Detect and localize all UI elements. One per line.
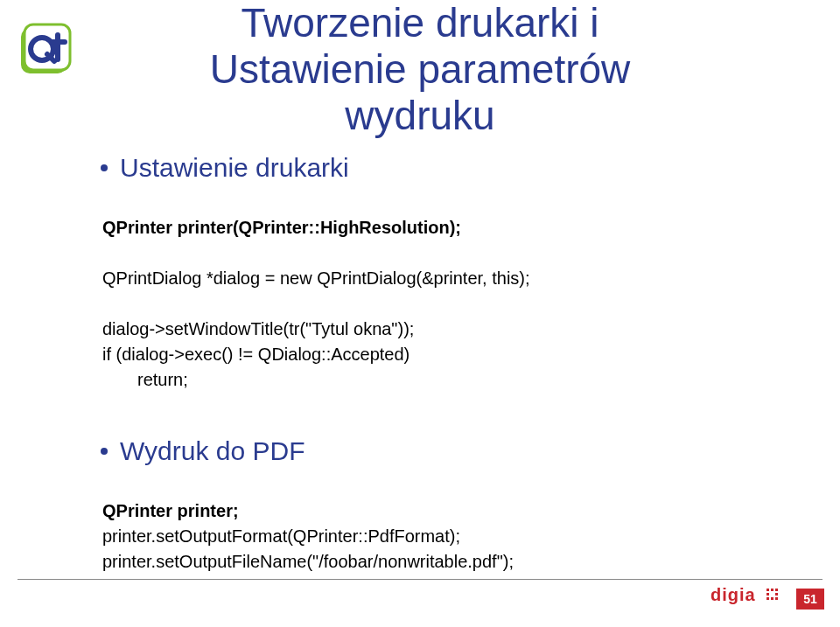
bullet-1-text: Ustawienie drukarki <box>120 153 349 183</box>
svg-rect-13 <box>771 597 774 600</box>
bullet-dot-icon <box>101 448 108 455</box>
code1-l4: if (dialog->exec() != QDialog::Accepted) <box>102 345 410 364</box>
slide-title: Tworzenie drukarki i Ustawienie parametr… <box>0 0 840 139</box>
svg-rect-7 <box>766 589 769 591</box>
slide-content: Ustawienie drukarki QPrinter printer(QPr… <box>101 153 788 601</box>
code-block-1: QPrinter printer(QPrinter::HighResolutio… <box>102 190 788 393</box>
title-line-1: Tworzenie drukarki i <box>0 0 840 46</box>
code2-l2: printer.setOutputFormat(QPrinter::PdfFor… <box>102 526 460 546</box>
code1-l5: return; <box>102 370 188 389</box>
page-number-text: 51 <box>803 592 817 606</box>
svg-rect-12 <box>766 597 769 600</box>
footer-divider <box>18 579 822 580</box>
bullet-1: Ustawienie drukarki <box>101 153 788 183</box>
code2-l3: printer.setOutputFileName("/foobar/nonwr… <box>102 552 514 571</box>
title-line-3: wydruku <box>0 93 840 139</box>
code1-l1: QPrinter printer(QPrinter::HighResolutio… <box>102 218 461 237</box>
bullet-dot-icon <box>101 164 108 171</box>
bullet-2: Wydruk do PDF <box>101 436 788 466</box>
title-line-2: Ustawienie parametrów <box>0 46 840 93</box>
code2-l1: QPrinter printer; <box>102 501 239 520</box>
code1-l2: QPrintDialog *dialog = new QPrintDialog(… <box>102 268 530 288</box>
code1-l3: dialog->setWindowTitle(tr("Tytul okna"))… <box>102 319 414 338</box>
svg-rect-8 <box>771 589 774 591</box>
bullet-2-text: Wydruk do PDF <box>120 436 304 466</box>
page-number: 51 <box>796 589 824 610</box>
svg-text:digia: digia <box>710 585 756 604</box>
svg-rect-14 <box>775 597 778 600</box>
svg-rect-11 <box>775 593 778 596</box>
digia-logo-icon: digia <box>710 585 786 610</box>
code-block-2: QPrinter printer; printer.setOutputForma… <box>102 473 788 575</box>
slide: Tworzenie drukarki i Ustawienie parametr… <box>0 0 840 627</box>
svg-rect-10 <box>766 593 769 596</box>
svg-rect-9 <box>775 589 778 591</box>
